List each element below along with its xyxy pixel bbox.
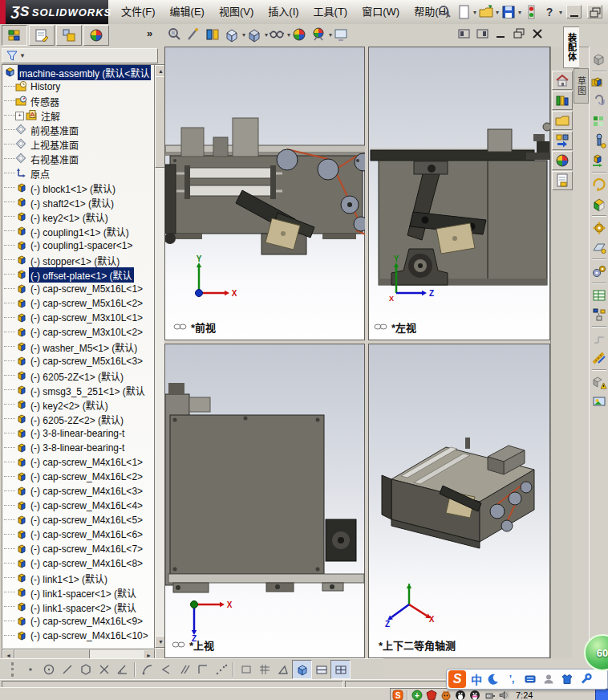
offset-entities-button[interactable] [175,661,193,678]
tree-item[interactable]: (-) cap-screw_M3x10L<1> [2,311,155,325]
tree-item[interactable]: (-) cap-screw_M5x16L<3> [2,354,155,368]
tree-item[interactable]: 右视基准面 [2,152,155,166]
task-pane-tab-design-library[interactable] [552,91,573,110]
menu-3[interactable]: 插入(I) [261,1,306,23]
tree-item[interactable]: (-) cap-screw_M4x16L<5> [2,513,155,527]
linear-component-pattern-icon[interactable] [590,113,608,131]
snapshot-icon[interactable] [590,393,608,410]
save-icon[interactable] [500,2,517,22]
sogou-logo[interactable]: S [448,670,466,688]
mate-icon[interactable] [590,94,608,112]
zoom-to-area-icon[interactable] [184,26,204,45]
filter-funnel-icon[interactable] [5,47,19,66]
tree-item[interactable]: (-) cap-screw_M4x16L<3> [2,484,155,499]
tree-item[interactable]: (-) shaft2<1> (默认) [2,195,155,210]
tree-item[interactable]: 上视基准面 [2,137,155,152]
full-screen-preview-icon[interactable] [332,26,351,45]
tree-item[interactable]: History [2,79,155,94]
tree-item[interactable]: (-) key2<1> (默认) [2,210,155,224]
tree-item[interactable]: (-) cap-screw_M3x10L<2> [2,325,155,340]
display-style-icon[interactable] [245,26,265,45]
mdi-minimize-button[interactable] [493,26,507,39]
show-hidden-components-icon[interactable] [590,195,608,213]
measure-icon[interactable] [590,349,608,367]
corner-rectangle-button[interactable] [193,661,212,678]
circle-button[interactable] [39,661,58,678]
smart-fasteners-icon[interactable] [590,132,608,150]
convert-entities-button[interactable] [156,661,175,678]
tree-item[interactable]: (-) cap-screw_M4x16L<10> [2,629,155,643]
tree-item[interactable]: 传感器 [2,94,155,108]
tree-item[interactable]: (-) cap-screw_M4x16L<4> [2,499,155,513]
viewport-front[interactable]: YX *前视 [164,47,365,340]
tree-item[interactable]: (-) cap-screw_M4x16L<8> [2,556,155,571]
tray-usb-device-icon[interactable] [484,690,495,700]
input-bar-skin-icon[interactable] [561,673,574,686]
view-orientation-icon[interactable] [223,26,242,45]
tree-item[interactable]: (-) link1-spacer<2> (默认 [2,600,155,614]
tree-item[interactable]: (-) key2<2> (默认) [2,397,155,412]
tree-item[interactable]: (-) offset-plate<1> (默认 [2,267,155,282]
new-document-dropdown[interactable]: ▾ [473,9,476,16]
menu-4[interactable]: 工具(T) [306,1,355,23]
tree-item[interactable]: (-) washer_M5<1> (默认) [2,340,155,354]
section-view-icon[interactable] [204,26,223,45]
zoom-to-fit-icon[interactable] [165,26,184,45]
panel-tab-displaymanager[interactable] [83,25,109,46]
panel-tab-propertymanager[interactable] [29,25,55,46]
input-bar-wrench-icon[interactable] [579,673,592,686]
toolbar-drag-handle[interactable] [11,662,16,677]
viewport-left[interactable]: YZX *左视 [368,47,550,340]
tree-expander[interactable]: + [15,112,24,120]
component-icon[interactable] [590,51,608,68]
tree-item[interactable]: (-) link1-spacer<1> (默认 [2,585,155,600]
mdi-restore-button[interactable] [512,26,525,39]
input-bar-punctuation-icon[interactable]: ’, [505,673,518,686]
tree-item[interactable]: 原点 [2,166,155,181]
tree-item[interactable]: (-) cap-screw_M5x16L<1> [2,282,155,296]
filter-dropdown-arrow[interactable]: ▼ [19,52,26,59]
menu-5[interactable]: 窗口(W) [355,1,407,23]
tangent-arc-button[interactable] [138,661,156,678]
tree-item[interactable]: (-) cap-screw_M4x16L<2> [2,470,155,484]
tree-item[interactable]: (-) coupling1-spacer<1> [2,238,155,253]
sketch-grid-button[interactable] [255,661,274,678]
tree-item[interactable]: (-) cap-screw_M4x16L<6> [2,527,155,542]
single-view-button[interactable] [292,660,312,679]
task-pane-tab-search-results[interactable] [552,131,573,150]
menu-1[interactable]: 编辑(E) [163,1,212,23]
new-document-icon[interactable] [455,2,472,22]
linear-sketch-pattern-button[interactable] [237,661,255,678]
tray-qq-icon[interactable] [455,690,466,700]
restore-button[interactable] [587,5,602,18]
task-pane-tab-appearances-scenes[interactable] [552,151,573,170]
assembly-features-icon[interactable] [590,219,608,237]
panel-tab-featuremanager-tree[interactable] [2,25,27,46]
input-mode-chinese[interactable]: 中 [471,671,482,687]
input-bar-keyboard-icon[interactable] [524,673,537,686]
make-block-button[interactable] [274,661,292,678]
four-views-button[interactable] [330,660,351,679]
menu-0[interactable]: 文件(F) [114,1,163,23]
tree-item[interactable]: (-) 3-8-linear-bearing-t [2,426,155,441]
tree-item[interactable]: (-) cap-screw_M4x16L<9> [2,614,155,629]
tree-item[interactable]: (-) 3-8-linear-bearing-t [2,441,155,455]
commandmanager-tab-assembly[interactable]: 装配体 [563,26,579,68]
explode-line-sketch-icon[interactable] [590,330,608,348]
open-folder-dropdown[interactable]: ▾ [496,9,499,16]
show-desktop-button[interactable] [595,689,608,700]
taskbar-clock[interactable]: 7:24 [516,690,533,700]
tree-item[interactable]: (-) cap-screw_M4x16L<1> [2,455,155,470]
tree-item[interactable]: (-) 6205-2Z<1> (默认) [2,368,155,383]
tree-item[interactable]: (-) block1<1> (默认) [2,181,155,195]
mdi-close-button[interactable] [530,26,544,39]
spline-button[interactable] [212,661,230,678]
minimize-button[interactable] [566,5,582,18]
help-icon[interactable]: ? [541,2,558,22]
task-pane-tab-file-explorer[interactable] [552,111,573,130]
new-motion-study-icon[interactable] [590,262,608,280]
polygon-button[interactable] [76,661,95,678]
input-bar-user-icon[interactable] [542,673,555,686]
tray-qq-pink-icon[interactable] [469,690,480,700]
tree-root-item[interactable]: machine-assembly (默认<默认 [2,65,155,79]
